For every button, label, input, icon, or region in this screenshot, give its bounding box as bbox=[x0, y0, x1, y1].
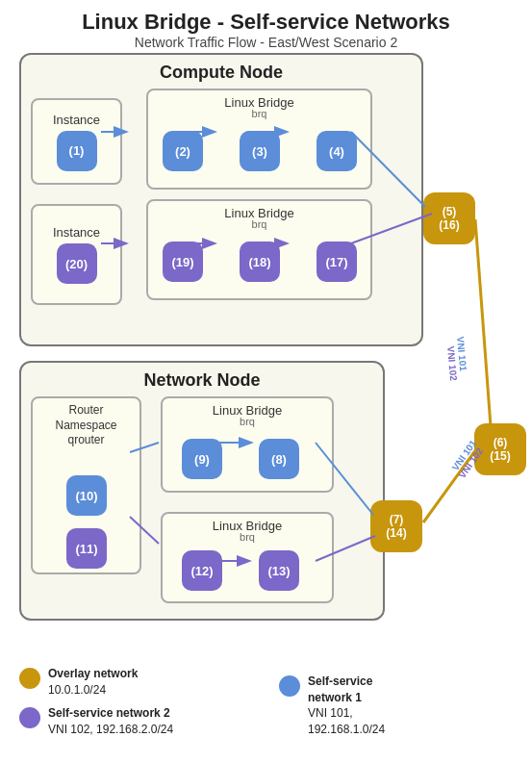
node-7-label: (7) bbox=[390, 513, 404, 526]
node-5-label: (5) bbox=[443, 205, 457, 218]
bridge-box-net-bottom: Linux Bridge brq (12) (13) bbox=[161, 512, 334, 603]
legend-overlay: Overlay network 10.0.1.0/24 bbox=[19, 666, 173, 699]
node-9: (9) bbox=[182, 439, 222, 479]
node-15-label: (15) bbox=[490, 449, 510, 463]
node-3: (3) bbox=[240, 131, 280, 171]
instance-label-top: Instance bbox=[53, 113, 100, 127]
router-namespace-box: RouterNamespaceqrouter (10) (11) bbox=[31, 396, 141, 574]
bridge-box-net-top: Linux Bridge brq (9) (8) bbox=[161, 396, 334, 493]
bridge-box-top: Linux Bridge brq (2) (3) (4) bbox=[146, 89, 372, 190]
node-12: (12) bbox=[182, 550, 222, 591]
instance-box-bottom: Instance (20) bbox=[31, 204, 122, 305]
node-17: (17) bbox=[317, 242, 357, 282]
title-area: Linux Bridge - Self-service Networks Net… bbox=[0, 0, 532, 50]
legend-selfservice2-circle bbox=[19, 707, 40, 728]
node-8: (8) bbox=[259, 439, 299, 479]
main-title: Linux Bridge - Self-service Networks bbox=[0, 10, 532, 35]
legend-selfservice2-text: Self-service network 2 VNI 102, 192.168.… bbox=[48, 705, 173, 738]
instance-box-top: Instance (1) bbox=[31, 98, 122, 185]
legend-overlay-circle bbox=[19, 668, 40, 689]
page: Linux Bridge - Self-service Networks Net… bbox=[0, 0, 532, 763]
legend-selfservice1-text: Self-service network 1 VNI 101, 192.168.… bbox=[308, 674, 385, 738]
network-node-label: Network Node bbox=[143, 370, 260, 391]
legend-selfservice2: Self-service network 2 VNI 102, 192.168.… bbox=[19, 705, 173, 738]
node-1: (1) bbox=[57, 131, 97, 171]
node-5-16: (5) (16) bbox=[423, 192, 475, 244]
bridge-box-bottom: Linux Bridge brq (19) (18) (17) bbox=[146, 199, 372, 300]
instance-label-bottom: Instance bbox=[53, 225, 100, 240]
sub-title: Network Traffic Flow - East/West Scenari… bbox=[0, 35, 532, 50]
svg-text:VNI 101: VNI 101 bbox=[455, 336, 469, 371]
svg-text:VNI 102: VNI 102 bbox=[445, 345, 459, 381]
node-10: (10) bbox=[66, 475, 107, 516]
node-16-label: (16) bbox=[439, 218, 459, 232]
bridge-sub-bottom: brq bbox=[148, 218, 370, 230]
network-node-box: Network Node RouterNamespaceqrouter (10)… bbox=[19, 361, 385, 621]
legend-selfservice1: Self-service network 1 VNI 101, 192.168.… bbox=[279, 674, 385, 746]
svg-line-9 bbox=[423, 449, 476, 522]
legend-selfservice1-circle bbox=[279, 675, 300, 697]
node-4: (4) bbox=[317, 131, 357, 171]
node-11: (11) bbox=[66, 528, 107, 569]
node-20: (20) bbox=[57, 243, 97, 284]
bridge-sub-net-top: brq bbox=[163, 416, 332, 427]
bridge-sub-net-bottom: brq bbox=[163, 531, 332, 543]
legend-selfservice1-row: Self-service network 1 VNI 101, 192.168.… bbox=[279, 674, 385, 738]
node-18: (18) bbox=[240, 242, 280, 282]
legend: Overlay network 10.0.1.0/24 Self-service… bbox=[19, 666, 173, 746]
bridge-sub-top: brq bbox=[148, 108, 370, 119]
node-6-label: (6) bbox=[494, 436, 508, 449]
svg-line-8 bbox=[475, 219, 491, 426]
node-13: (13) bbox=[259, 550, 299, 591]
compute-node-label: Compute Node bbox=[160, 63, 283, 83]
compute-node-box: Compute Node Instance (1) Linux Bridge b… bbox=[19, 53, 423, 346]
node-7-14: (7) (14) bbox=[370, 500, 422, 552]
node-2: (2) bbox=[163, 131, 203, 171]
legend-overlay-text: Overlay network 10.0.1.0/24 bbox=[48, 666, 138, 699]
router-label: RouterNamespaceqrouter bbox=[33, 403, 139, 448]
node-6-15: (6) (15) bbox=[474, 423, 526, 475]
node-19: (19) bbox=[163, 242, 203, 282]
node-14-label: (14) bbox=[386, 526, 406, 540]
